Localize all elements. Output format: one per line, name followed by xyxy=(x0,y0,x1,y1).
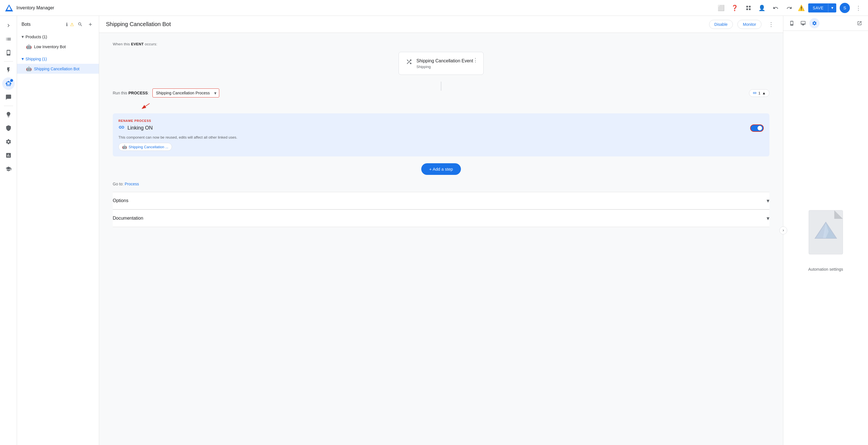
shipping-cancellation-bot-label: Shipping Cancellation Bot xyxy=(34,67,79,71)
sidebar-item-low-inventory-bot[interactable]: 🤖 Low Inventory Bot xyxy=(17,42,99,52)
add-step-row: + Add a step xyxy=(113,163,769,175)
disable-button[interactable]: Disable xyxy=(709,20,733,29)
main-more-btn[interactable]: ⋮ xyxy=(766,19,776,29)
sidebar-add-btn[interactable] xyxy=(86,21,94,28)
main-title: Shipping Cancellation Bot xyxy=(106,21,705,28)
redo-icon-btn[interactable] xyxy=(784,3,794,13)
right-panel-collapse-btn[interactable] xyxy=(779,227,787,234)
monitor-button[interactable]: Monitor xyxy=(737,20,762,29)
documentation-accordion: Documentation ▾ xyxy=(113,209,769,227)
link-count: 1 xyxy=(758,91,761,95)
products-group-label: Products (1) xyxy=(26,35,47,39)
goto-process-link[interactable]: Process xyxy=(125,182,139,186)
camera-icon: ⬜ xyxy=(718,4,725,11)
sidebar-shipping-group: ▾ Shipping (1) 🤖 Shipping Cancellation B… xyxy=(17,53,99,75)
gear-icon xyxy=(812,21,817,26)
svg-rect-4 xyxy=(746,8,748,10)
rail-chart-icon[interactable] xyxy=(2,149,15,161)
bot-icon-low-inventory: 🤖 xyxy=(26,44,32,49)
event-card: ⋮ Shipping Cancellation Event Shipping xyxy=(399,52,484,75)
connector-line-1 xyxy=(441,82,441,91)
link-badge[interactable]: 1 ▲ xyxy=(749,89,769,97)
documentation-chevron-icon: ▾ xyxy=(767,215,769,221)
options-chevron-icon: ▾ xyxy=(767,197,769,204)
sidebar-warning-icon: ⚠ xyxy=(70,22,74,27)
rail-school-icon[interactable] xyxy=(2,163,15,175)
main-header: Shipping Cancellation Bot Disable Monito… xyxy=(99,16,783,33)
svg-rect-3 xyxy=(749,6,750,7)
redo-icon xyxy=(786,5,792,11)
event-section-label: When this EVENT occurs: xyxy=(113,42,769,46)
sidebar-shipping-group-header[interactable]: ▾ Shipping (1) xyxy=(17,54,99,64)
goto-label: Go to: xyxy=(113,182,124,186)
automation-preview xyxy=(800,205,851,261)
save-button[interactable]: SAVE xyxy=(808,3,828,12)
rail-settings-icon[interactable] xyxy=(2,136,15,148)
avatar[interactable]: S xyxy=(840,3,850,13)
rail-connections-icon[interactable] xyxy=(2,19,15,32)
settings-view-btn[interactable] xyxy=(809,18,819,28)
sidebar-header: Bots ℹ ⚠ xyxy=(17,16,99,31)
documentation-title: Documentation xyxy=(113,216,767,221)
process-block: RENAME PROCESS Linking ON This component… xyxy=(113,113,769,156)
main-more-icon: ⋮ xyxy=(768,21,774,28)
expand-panel-btn[interactable] xyxy=(855,18,865,28)
sidebar-item-shipping-cancellation-bot[interactable]: 🤖 Shipping Cancellation Bot xyxy=(17,64,99,74)
main-content: Shipping Cancellation Bot Disable Monito… xyxy=(99,16,783,445)
linking-toggle[interactable] xyxy=(750,124,764,132)
grid-icon xyxy=(746,5,751,11)
event-card-content: Shipping Cancellation Event Shipping xyxy=(416,58,476,69)
app-logo: Inventory Manager xyxy=(4,4,54,12)
linking-chip-icon: 🤖 xyxy=(122,145,127,149)
linking-chip[interactable]: 🤖 Shipping Cancellation ... xyxy=(118,143,172,151)
link-icon xyxy=(753,91,757,95)
grid-icon-btn[interactable] xyxy=(743,3,753,13)
rail-mobile-icon[interactable] xyxy=(2,47,15,59)
products-chevron-icon: ▾ xyxy=(22,34,24,39)
undo-icon xyxy=(773,5,778,11)
linking-on-title: Linking ON xyxy=(127,125,153,131)
toggle-track xyxy=(750,124,764,132)
shipping-group-label: Shipping (1) xyxy=(26,57,47,61)
rail-bot-icon[interactable] xyxy=(2,78,15,90)
rail-comment-icon[interactable] xyxy=(2,91,15,103)
event-card-subtitle: Shipping xyxy=(416,65,476,69)
documentation-accordion-header[interactable]: Documentation ▾ xyxy=(113,209,769,227)
options-accordion-header[interactable]: Options ▾ xyxy=(113,192,769,209)
low-inventory-bot-label: Low Inventory Bot xyxy=(34,44,66,49)
save-dropdown-btn[interactable]: ▼ xyxy=(828,4,836,12)
sidebar-products-group: ▾ Products (1) 🤖 Low Inventory Bot xyxy=(17,31,99,53)
rail-lightbulb-icon[interactable] xyxy=(2,108,15,121)
desktop-view-btn[interactable] xyxy=(798,18,808,28)
shipping-chevron-icon: ▾ xyxy=(22,56,24,61)
help-icon: ❓ xyxy=(731,4,738,11)
svg-rect-2 xyxy=(746,6,748,7)
person-add-icon: 👤 xyxy=(758,4,766,11)
more-vert-icon-btn[interactable]: ⋮ xyxy=(853,3,864,13)
link-chevron-icon: ▲ xyxy=(762,91,766,95)
help-icon-btn[interactable]: ❓ xyxy=(730,3,740,13)
process-block-header: Linking ON xyxy=(118,124,764,132)
rail-shield-icon[interactable] xyxy=(2,122,15,135)
rail-list-icon[interactable] xyxy=(2,33,15,46)
mobile-view-btn[interactable] xyxy=(787,18,797,28)
svg-rect-5 xyxy=(749,8,750,10)
person-add-icon-btn[interactable]: 👤 xyxy=(757,3,767,13)
process-select[interactable]: Shipping Cancellation Process xyxy=(152,88,219,97)
bot-icon-shipping: 🤖 xyxy=(26,66,32,71)
save-button-group: SAVE ▼ xyxy=(808,3,836,12)
sidebar-search-btn[interactable] xyxy=(76,21,84,28)
sidebar: Bots ℹ ⚠ ▾ Products (1) 🤖 Low Inventory … xyxy=(17,16,99,445)
camera-icon-btn[interactable]: ⬜ xyxy=(716,3,726,13)
icon-rail xyxy=(0,16,17,445)
rail-bolt-icon[interactable] xyxy=(2,64,15,76)
sidebar-products-group-header[interactable]: ▾ Products (1) xyxy=(17,32,99,42)
undo-icon-btn[interactable] xyxy=(771,3,781,13)
toggle-thumb xyxy=(757,126,762,130)
event-card-more-btn[interactable]: ⋮ xyxy=(471,56,480,65)
linking-description: This component can now be reused, edits … xyxy=(118,135,764,140)
add-step-button[interactable]: + Add a step xyxy=(421,163,461,175)
goto-row: Go to: Process xyxy=(113,182,769,186)
right-panel-toolbar xyxy=(783,16,868,31)
desktop-icon xyxy=(801,21,806,26)
